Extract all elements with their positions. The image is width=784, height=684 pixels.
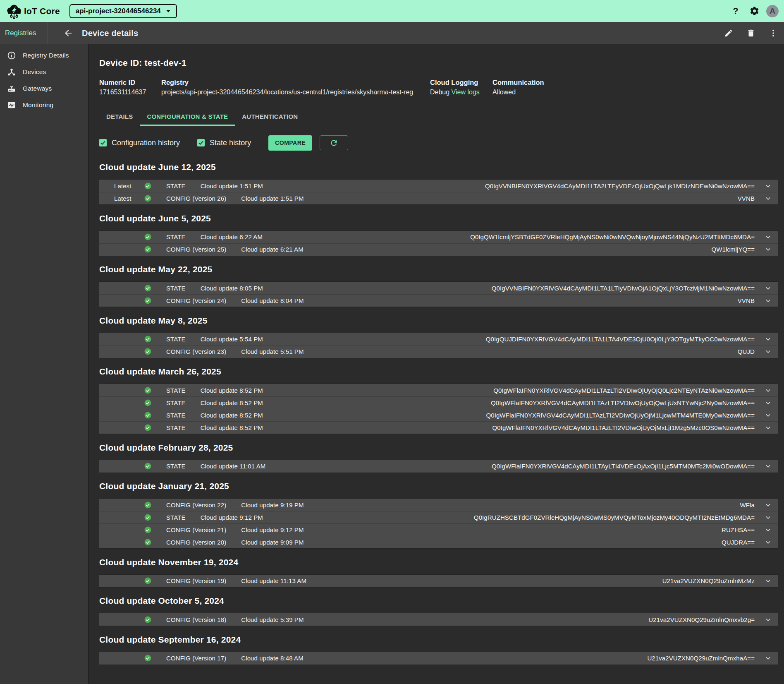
chevron-down-icon[interactable] [765,387,772,394]
history-group: Cloud update February 28, 2025 STATE Clo… [99,443,778,473]
history-row[interactable]: CONFIG (Version 24) Cloud update 8:04 PM… [99,294,778,307]
history-row[interactable]: Latest CONFIG (Version 26) Cloud update … [99,192,778,204]
chevron-down-icon[interactable] [765,297,772,304]
project-selector[interactable]: api-project-320446546234 [69,4,177,18]
history-row[interactable]: STATE Cloud update 8:52 PM Q0IgWFlaIFN0Y… [99,384,778,396]
sidebar-item-registry-details[interactable]: Registry Details [0,47,88,64]
more-vert-icon[interactable] [769,29,778,38]
history-row[interactable]: STATE Cloud update 8:05 PM Q0IgVVNBIFN0Y… [99,282,778,294]
row-data-base64: Q0IgWFlaIFN0YXRlVGV4dCAyMDI1LTAzLTI2VDIw… [493,387,755,394]
sidebar-item-gateways[interactable]: Gateways [0,80,88,97]
chevron-down-icon[interactable] [765,577,772,584]
check-circle-icon [144,182,152,190]
chevron-down-icon[interactable] [765,463,772,470]
tab-details[interactable]: DETAILS [99,107,140,126]
chevron-down-icon[interactable] [765,539,772,546]
check-circle-icon [144,654,152,662]
tab-authentication[interactable]: AUTHENTICATION [235,107,305,126]
chevron-down-icon[interactable] [765,246,772,253]
edit-icon[interactable] [724,29,733,38]
chevron-down-icon[interactable] [765,655,772,662]
history-rows: CONFIG (Version 19) Cloud update 11:13 A… [99,574,778,588]
iot-core-logo-icon [5,3,23,20]
history-rows: STATE Cloud update 8:05 PM Q0IgVVNBIFN0Y… [99,281,778,307]
check-circle-icon [144,386,152,394]
history-row[interactable]: STATE Cloud update 8:52 PM Q0IgWFlaIFN0Y… [99,396,778,409]
delete-icon[interactable] [746,29,755,38]
group-title: Cloud update February 28, 2025 [99,443,778,453]
row-type: CONFIG (Version 26) [166,195,226,202]
refresh-icon [330,139,338,147]
history-row[interactable]: CONFIG (Version 22) Cloud update 9:19 PM… [99,499,778,511]
history-group: Cloud update June 5, 2025 STATE Cloud up… [99,214,778,256]
view-logs-link[interactable]: View logs [452,89,480,96]
state-history-checkbox[interactable] [197,139,205,146]
group-title: Cloud update November 19, 2024 [99,557,778,567]
row-type: STATE [166,387,186,394]
row-data-base64: VVNB [738,195,755,202]
refresh-button[interactable] [320,135,348,150]
registries-nav[interactable]: Registries [0,22,48,44]
chevron-down-icon[interactable] [765,526,772,533]
registry-label: Registry [161,79,430,86]
history-row[interactable]: STATE Cloud update 5:54 PM Q0IgQUJDIFN0Y… [99,333,778,346]
chevron-down-icon[interactable] [765,412,772,419]
appbar-actions: ? A [731,5,779,17]
latest-label: Latest [114,182,144,190]
history-row[interactable]: CONFIG (Version 23) Cloud update 5:51 PM… [99,346,778,358]
configuration-history-checkbox[interactable] [99,139,107,146]
row-type: CONFIG (Version 24) [166,297,226,304]
history-row[interactable]: STATE Cloud update 9:12 PM Q0IgRUZHSCBTd… [99,511,778,523]
row-data-base64: Q0IgWFlaIFN0YXRlVGV4dCAyMDI1LTAzLTI2VDIw… [491,399,755,406]
chevron-down-icon[interactable] [765,285,772,292]
numeric-id-value: 1716531114637 [99,89,161,96]
gear-icon[interactable] [749,6,760,16]
chevron-down-icon[interactable] [765,502,772,509]
chevron-down-icon[interactable] [765,195,772,202]
history-row[interactable]: STATE Cloud update 8:52 PM Q0IgWFlaIFN0Y… [99,421,778,434]
communication-label: Communication [492,79,544,86]
row-update-time: Cloud update 8:52 PM [201,387,263,394]
help-icon[interactable]: ? [731,6,741,17]
chevron-down-icon[interactable] [765,616,772,623]
chevron-down-icon[interactable] [765,233,772,240]
row-type: CONFIG (Version 21) [166,526,226,533]
avatar[interactable]: A [766,5,779,17]
check-circle-icon [144,526,152,534]
sidebar-item-label: Monitoring [23,101,53,109]
chevron-down-icon[interactable] [765,336,772,343]
history-row[interactable]: STATE Cloud update 8:52 PM Q0IgWFlaIFN0Y… [99,409,778,421]
chevron-down-icon[interactable] [765,348,772,355]
history-row[interactable]: Latest STATE Cloud update 1:51 PM Q0IgVV… [99,180,778,192]
sidebar-item-devices[interactable]: Devices [0,64,88,80]
group-title: Cloud update May 22, 2025 [99,264,778,274]
history-row[interactable]: STATE Cloud update 6:22 AM Q0IgQW1lcmljY… [99,231,778,243]
row-update-time: Cloud update 6:21 AM [241,246,303,253]
group-title: Cloud update March 26, 2025 [99,367,778,377]
content-panel: Device ID: test-dev-1 Numeric ID 1716531… [89,44,784,684]
check-circle-icon [144,233,152,241]
compare-button[interactable]: COMPARE [268,135,312,151]
state-history-label: State history [210,139,251,147]
history-row[interactable]: CONFIG (Version 19) Cloud update 11:13 A… [99,575,778,587]
history-row[interactable]: CONFIG (Version 21) Cloud update 9:12 PM… [99,523,778,536]
group-title: Cloud update October 5, 2024 [99,596,778,606]
history-row[interactable]: CONFIG (Version 18) Cloud update 5:39 PM… [99,613,778,626]
row-update-time: Cloud update 8:04 PM [241,297,304,304]
registry-value: projects/api-project-320446546234/locati… [161,89,430,96]
tab-configuration-state[interactable]: CONFIGURATION & STATE [140,107,235,126]
row-update-time: Cloud update 9:12 PM [241,526,304,533]
chevron-down-icon[interactable] [765,399,772,406]
history-row[interactable]: CONFIG (Version 20) Cloud update 9:09 PM… [99,536,778,548]
history-row[interactable]: CONFIG (Version 25) Cloud update 6:21 AM… [99,243,778,256]
history-row[interactable]: CONFIG (Version 17) Cloud update 8:48 AM… [99,652,778,665]
sidebar-item-monitoring[interactable]: Monitoring [0,97,88,113]
back-arrow-icon[interactable] [63,28,73,38]
row-type: CONFIG (Version 18) [166,616,226,623]
history-group: Cloud update May 8, 2025 STATE Cloud upd… [99,316,778,358]
chevron-down-icon[interactable] [765,182,772,190]
history-row[interactable]: STATE Cloud update 11:01 AM Q0IgWFlaIFN0… [99,460,778,473]
chevron-down-icon[interactable] [765,514,772,521]
project-selector-label: api-project-320446546234 [76,7,161,15]
chevron-down-icon[interactable] [765,424,772,431]
